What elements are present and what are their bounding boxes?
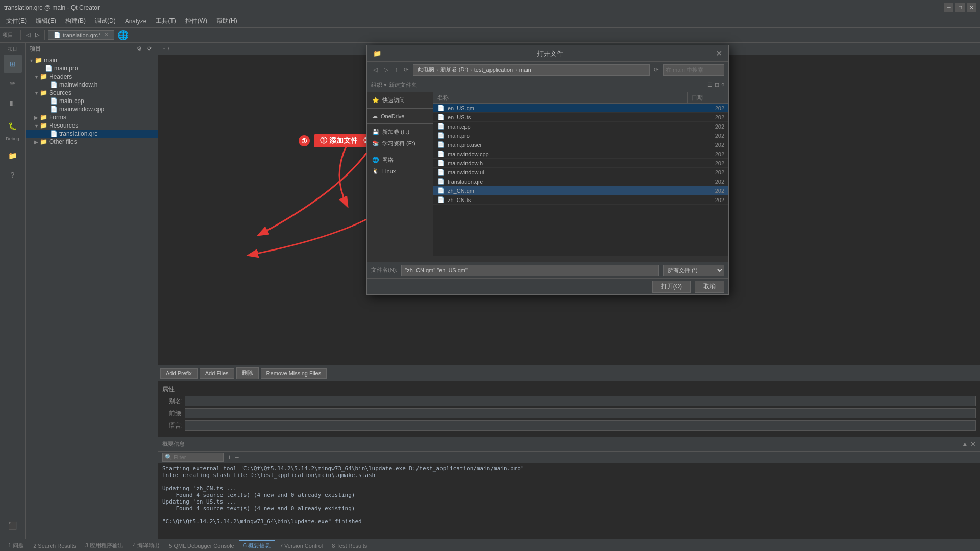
file-list-header: 名称 日期 (433, 92, 728, 104)
file-row-en-us-ts[interactable]: 📄 en_US.ts 202 (433, 113, 728, 122)
dialog-search-input[interactable] (663, 64, 724, 76)
sidebar-sep-3 (367, 152, 433, 152)
view-buttons: ☰ ⊞ ? (707, 82, 724, 88)
file-date-zh-cn-qm: 202 (683, 188, 724, 194)
onedrive-icon: ☁ (372, 113, 378, 119)
file-icon-mainwindow-ui: 📄 (437, 169, 445, 176)
file-date-en-us-qm: 202 (683, 105, 724, 111)
file-row-mainwindow-cpp[interactable]: 📄 mainwindow.cpp 202 (433, 149, 728, 159)
dialog-file-list: 名称 日期 📄 en_US.qm 202 📄 en_US.ts (433, 92, 728, 256)
file-date-mainwindow-cpp: 202 (683, 151, 724, 157)
dialog-title-bar: 📁 打开文件 ✕ (367, 45, 728, 62)
dialog-refresh-btn[interactable]: ⟳ (402, 65, 411, 74)
file-name-mainwindow-h: 📄 mainwindow.h (437, 160, 683, 166)
dialog-title-icon: 📁 (373, 49, 381, 57)
file-name-translation-qrc-d: 📄 translation.qrc (437, 178, 683, 185)
dialog-forward-btn[interactable]: ▷ (382, 65, 390, 74)
file-date-mainwindow-ui: 202 (683, 169, 724, 176)
quick-access-label: 快速访问 (382, 96, 405, 104)
linux-label: Linux (382, 168, 396, 174)
dialog-title-text: 打开文件 (537, 49, 564, 58)
dialog-overlay: 📁 打开文件 ✕ ◁ ▷ ↑ ⟳ 此电脑 › 新加卷 (D:) › test_a… (0, 0, 980, 551)
list-view-btn[interactable]: ☰ (707, 82, 713, 88)
file-row-zh-cn-ts[interactable]: 📄 zh_CN.ts 202 (433, 195, 728, 205)
file-date-main-cpp: 202 (683, 123, 724, 130)
drive-f-icon: 💾 (372, 129, 379, 135)
file-row-main-pro-user[interactable]: 📄 main.pro.user 202 (433, 140, 728, 149)
file-row-mainwindow-ui[interactable]: 📄 mainwindow.ui 202 (433, 168, 728, 177)
dialog-nav-bar: ◁ ▷ ↑ ⟳ 此电脑 › 新加卷 (D:) › test_applicatio… (367, 62, 728, 78)
sidebar-quick-access[interactable]: ⭐ 快速访问 (367, 94, 433, 106)
file-row-main-pro[interactable]: 📄 main.pro 202 (433, 131, 728, 140)
file-icon-translation-qrc-d: 📄 (437, 178, 445, 185)
file-icon-zh-cn-ts: 📄 (437, 196, 445, 203)
file-icon-en-us-qm: 📄 (437, 105, 445, 111)
filetype-select[interactable]: 所有文件 (*) (663, 265, 724, 276)
drive-e-label: 学习资料 (E:) (382, 140, 415, 147)
file-icon-en-us-ts: 📄 (437, 114, 445, 120)
file-name-mainwindow-ui: 📄 mainwindow.ui (437, 169, 683, 176)
sidebar-linux[interactable]: 🐧 Linux (367, 166, 433, 177)
sidebar-sep-2 (367, 123, 433, 124)
file-icon-mainwindow-h-d: 📄 (437, 160, 445, 166)
file-name-main-pro: 📄 main.pro (437, 132, 683, 139)
network-icon: 🌐 (372, 157, 379, 163)
col-name: 名称 (433, 92, 688, 103)
file-row-mainwindow-h[interactable]: 📄 mainwindow.h 202 (433, 159, 728, 168)
dialog-search-btn[interactable]: ⟳ (652, 65, 661, 74)
dialog-cancel-button[interactable]: 取消 (695, 281, 724, 293)
file-icon-main-cpp: 📄 (437, 123, 445, 130)
path-drive: 新加卷 (D:) (440, 66, 468, 73)
new-folder-btn[interactable]: 新建文件夹 (389, 81, 417, 89)
dialog-open-button[interactable]: 打开(O) (652, 281, 691, 293)
file-name-mainwindow-cpp: 📄 mainwindow.cpp (437, 151, 683, 157)
dialog-footer2: 打开(O) 取消 (367, 278, 728, 294)
path-app: test_application (474, 67, 513, 73)
quick-access-icon: ⭐ (372, 97, 379, 104)
sidebar-sep-1 (367, 108, 433, 109)
file-date-main-pro-user: 202 (683, 142, 724, 148)
file-row-en-us-qm[interactable]: 📄 en_US.qm 202 (433, 104, 728, 113)
file-row-zh-cn-qm[interactable]: 📄 zh_CN.qm 202 (433, 186, 728, 195)
dialog-back-btn[interactable]: ◁ (371, 65, 380, 74)
file-open-dialog: 📁 打开文件 ✕ ◁ ▷ ↑ ⟳ 此电脑 › 新加卷 (D:) › test_a… (366, 45, 729, 295)
organize-btn[interactable]: 组织 ▾ (371, 81, 387, 89)
file-name-en-us-qm: 📄 en_US.qm (437, 105, 683, 111)
network-label: 网络 (382, 156, 394, 164)
file-name-main-cpp: 📄 main.cpp (437, 123, 683, 130)
file-date-main-pro: 202 (683, 133, 724, 139)
dialog-footer: 文件名(N): 所有文件 (*) (367, 262, 728, 278)
dialog-close-button[interactable]: ✕ (716, 48, 722, 58)
dialog-toolbar: 组织 ▾ 新建文件夹 ☰ ⊞ ? (367, 78, 728, 92)
annotation-arrow-svg (208, 153, 377, 255)
file-icon-zh-cn-qm: 📄 (437, 187, 445, 194)
col-date: 日期 (688, 92, 728, 103)
file-icon-main-pro: 📄 (437, 132, 445, 139)
filename-input[interactable] (401, 265, 659, 276)
dialog-hscrollbar[interactable] (367, 256, 728, 262)
drive-e-icon: 📚 (372, 140, 379, 147)
dialog-path-bar[interactable]: 此电脑 › 新加卷 (D:) › test_application › main (413, 64, 650, 76)
dialog-body: ⭐ 快速访问 ☁ OneDrive 💾 新加卷 (F:) 📚 学习资料 (E:) (367, 92, 728, 256)
filename-label: 文件名(N): (371, 266, 397, 274)
help-btn[interactable]: ? (721, 82, 724, 88)
onedrive-label: OneDrive (381, 113, 404, 119)
file-name-zh-cn-ts: 📄 zh_CN.ts (437, 196, 683, 203)
file-name-zh-cn-qm: 📄 zh_CN.qm (437, 187, 683, 194)
sidebar-drive-f[interactable]: 💾 新加卷 (F:) (367, 126, 433, 138)
file-date-en-us-ts: 202 (683, 114, 724, 120)
sidebar-network[interactable]: 🌐 网络 (367, 154, 433, 166)
grid-view-btn[interactable]: ⊞ (715, 82, 719, 88)
sidebar-drive-e[interactable]: 📚 学习资料 (E:) (367, 138, 433, 149)
file-date-mainwindow-h: 202 (683, 160, 724, 166)
file-date-zh-cn-ts: 202 (683, 197, 724, 203)
file-row-translation-qrc[interactable]: 📄 translation.qrc 202 (433, 177, 728, 186)
sidebar-onedrive[interactable]: ☁ OneDrive (367, 111, 433, 121)
dialog-sidebar: ⭐ 快速访问 ☁ OneDrive 💾 新加卷 (F:) 📚 学习资料 (E:) (367, 92, 433, 256)
dialog-up-btn[interactable]: ↑ (393, 65, 400, 74)
file-date-translation-qrc: 202 (683, 179, 724, 185)
file-row-main-cpp[interactable]: 📄 main.cpp 202 (433, 122, 728, 131)
file-name-main-pro-user: 📄 main.pro.user (437, 141, 683, 148)
drive-f-label: 新加卷 (F:) (382, 128, 409, 136)
path-main: main (519, 67, 531, 73)
